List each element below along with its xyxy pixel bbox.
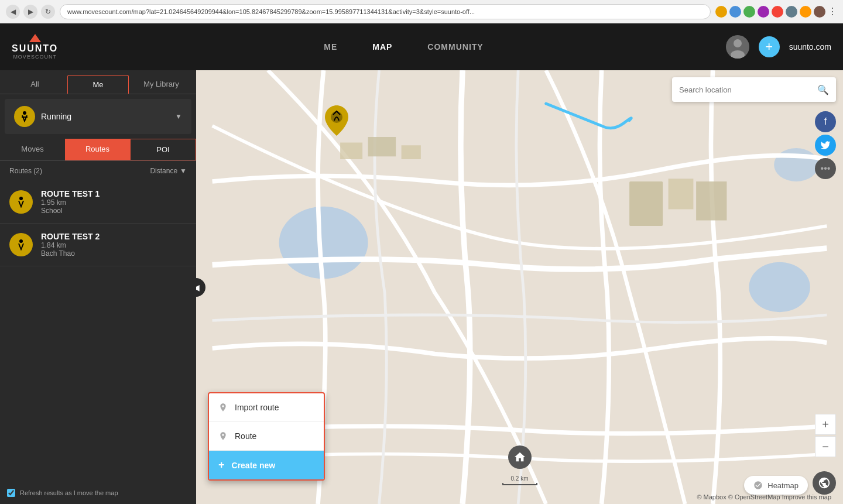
- sort-label: Distance: [150, 167, 177, 175]
- chevron-down-icon: ▼: [175, 112, 182, 121]
- ext-icon-5[interactable]: [772, 6, 783, 18]
- nav-me[interactable]: ME: [324, 37, 337, 56]
- route-name-2: ROUTE TEST 2: [41, 232, 100, 241]
- scale-label: 0.2 km: [510, 475, 528, 482]
- svg-rect-13: [629, 181, 663, 226]
- route-icon-menu: [218, 430, 228, 442]
- ext-icon-3[interactable]: [743, 6, 755, 18]
- home-button[interactable]: [508, 445, 532, 469]
- routes-count: Routes (2): [9, 167, 42, 175]
- route-item-2[interactable]: ROUTE TEST 2 1.84 km Bach Thao: [0, 224, 196, 266]
- popup-menu: Import route Route + Create new: [208, 392, 325, 481]
- svg-point-4: [19, 197, 23, 200]
- sort-chevron-icon: ▼: [180, 167, 187, 175]
- content: All Me My Library Running ▼ Moves Routes…: [0, 70, 843, 504]
- refresh-label: Refresh results as I move the map: [20, 489, 118, 496]
- forward-button[interactable]: ▶: [23, 5, 37, 19]
- import-route-label: Import route: [235, 403, 279, 412]
- facebook-icon[interactable]: f: [815, 111, 836, 132]
- ext-icon-2[interactable]: [729, 6, 741, 18]
- sidebar: All Me My Library Running ▼ Moves Routes…: [0, 70, 196, 504]
- globe-button[interactable]: [813, 471, 836, 495]
- map-controls: + −: [815, 414, 836, 457]
- map-attribution: © Mapbox © OpenStreetMap Improve this ma…: [697, 493, 831, 500]
- nav-map[interactable]: MAP: [372, 37, 392, 56]
- avatar[interactable]: [726, 35, 749, 59]
- facebook-label: f: [824, 116, 827, 127]
- nav-community[interactable]: COMMUNITY: [427, 37, 483, 56]
- more-social-icon[interactable]: •••: [815, 158, 836, 179]
- create-plus-icon: +: [218, 459, 225, 471]
- sub-tab-poi[interactable]: POI: [130, 139, 196, 160]
- header-nav: ME MAP COMMUNITY: [81, 37, 725, 56]
- svg-point-7: [749, 262, 810, 313]
- route-dist-1: 1.95 km: [41, 198, 100, 207]
- logo-text: SUUNTO: [12, 43, 58, 54]
- location-icon: [218, 402, 228, 413]
- browser-extensions: ⋮: [715, 6, 837, 18]
- route-dist-2: 1.84 km: [41, 241, 100, 249]
- svg-point-9: [774, 148, 818, 181]
- heatmap-button[interactable]: Heatmap: [744, 476, 808, 495]
- url-bar[interactable]: www.movescount.com/map?lat=21.0246456492…: [60, 4, 711, 19]
- ext-icon-8[interactable]: [814, 6, 825, 18]
- sidebar-tabs: All Me My Library: [0, 70, 196, 94]
- browser-controls: ◀ ▶ ↻: [6, 5, 55, 19]
- search-icon: 🔍: [817, 84, 829, 95]
- create-new-button[interactable]: + Create new: [209, 451, 324, 479]
- svg-rect-10: [340, 143, 362, 160]
- route-label: Route: [235, 431, 256, 441]
- ext-icon-4[interactable]: [758, 6, 769, 18]
- route-icon-2: [9, 233, 33, 256]
- zoom-out-button[interactable]: −: [815, 436, 836, 457]
- svg-rect-11: [368, 137, 396, 156]
- activity-select[interactable]: Running ▼: [5, 99, 191, 134]
- more-social-label: •••: [821, 163, 831, 174]
- sub-tab-routes[interactable]: Routes: [65, 139, 130, 160]
- scale-line: [502, 483, 537, 485]
- url-text: www.movescount.com/map?lat=21.0246456492…: [67, 8, 475, 15]
- social-icons: f •••: [815, 111, 836, 179]
- svg-rect-12: [402, 145, 421, 159]
- map-background: 🔍 ◀ f ••• +: [196, 70, 843, 504]
- scale-bar: 0.2 km: [502, 475, 537, 485]
- route-name-1: ROUTE TEST 1: [41, 189, 100, 198]
- refresh-checkbox[interactable]: [7, 489, 15, 497]
- ext-icon-1[interactable]: [715, 6, 727, 18]
- refresh-button[interactable]: ↻: [41, 5, 55, 19]
- header: SUUNTO MOVESCOUNT ME MAP COMMUNITY + suu…: [0, 23, 843, 70]
- activity-icon: [14, 106, 35, 127]
- route-item-1[interactable]: ROUTE TEST 1 1.95 km School: [0, 181, 196, 224]
- svg-point-1: [734, 39, 742, 47]
- zoom-in-button[interactable]: +: [815, 414, 836, 435]
- import-route-item[interactable]: Import route: [209, 393, 324, 422]
- heatmap-label: Heatmap: [767, 481, 799, 490]
- app: SUUNTO MOVESCOUNT ME MAP COMMUNITY + suu…: [0, 23, 843, 504]
- activity-name: Running: [41, 112, 169, 121]
- create-new-label: Create new: [232, 461, 276, 470]
- route-tag-2: Bach Thao: [41, 249, 100, 258]
- twitter-icon[interactable]: [815, 135, 836, 156]
- logo-sub: MOVESCOUNT: [13, 54, 57, 60]
- sub-tab-moves[interactable]: Moves: [0, 139, 65, 160]
- search-bar: 🔍: [672, 77, 836, 102]
- search-input[interactable]: [679, 85, 813, 94]
- more-ext-icon[interactable]: ⋮: [828, 6, 837, 17]
- logo: SUUNTO MOVESCOUNT: [12, 34, 58, 60]
- route-icon-1: [9, 190, 33, 214]
- svg-rect-15: [696, 181, 727, 221]
- tab-all[interactable]: All: [5, 75, 65, 94]
- ext-icon-7[interactable]: [800, 6, 811, 18]
- route-info-1: ROUTE TEST 1 1.95 km School: [41, 189, 100, 215]
- back-button[interactable]: ◀: [6, 5, 20, 19]
- map-area[interactable]: 🔍 ◀ f ••• +: [196, 70, 843, 504]
- route-tag-1: School: [41, 207, 100, 215]
- suunto-link[interactable]: suunto.com: [789, 42, 831, 52]
- tab-my-library[interactable]: My Library: [131, 75, 191, 94]
- add-button[interactable]: +: [759, 36, 780, 57]
- refresh-bar: Refresh results as I move the map: [7, 489, 118, 497]
- distance-sort[interactable]: Distance ▼: [150, 167, 187, 175]
- route-item-menu[interactable]: Route: [209, 422, 324, 451]
- ext-icon-6[interactable]: [786, 6, 797, 18]
- tab-me[interactable]: Me: [67, 75, 129, 94]
